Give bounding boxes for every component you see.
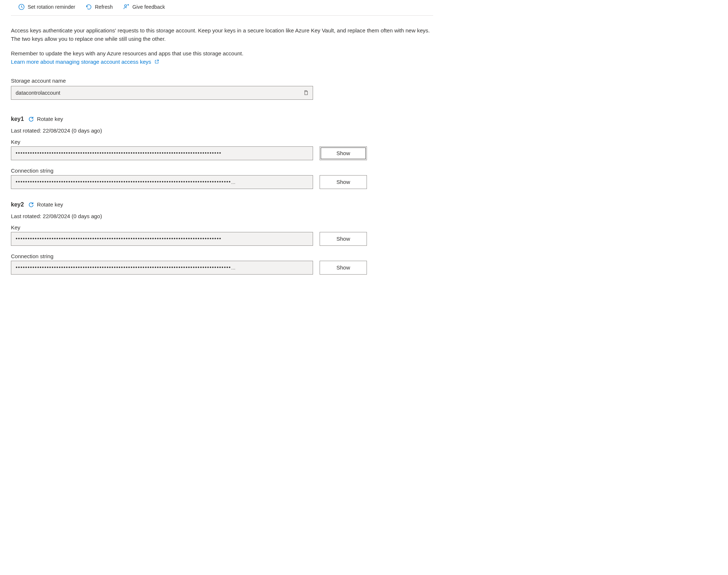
set-rotation-reminder-button[interactable]: Set rotation reminder (18, 4, 75, 10)
key1-conn-field: ••••••••••••••••••••••••••••••••••••••••… (11, 175, 313, 189)
give-feedback-label: Give feedback (132, 4, 165, 10)
key2-last-rotated: Last rotated: 22/08/2024 (0 days ago) (11, 213, 433, 219)
copy-icon (303, 90, 309, 95)
give-feedback-button[interactable]: Give feedback (123, 4, 165, 10)
refresh-label: Refresh (95, 4, 113, 10)
key2-conn-masked: ••••••••••••••••••••••••••••••••••••••••… (11, 265, 313, 270)
storage-account-name-group: Storage account name datacontrolaccount (11, 78, 433, 100)
learn-more-link[interactable]: Learn more about managing storage accoun… (11, 59, 160, 65)
key1-name: key1 (11, 116, 24, 122)
key1-key-masked: ••••••••••••••••••••••••••••••••••••••••… (11, 150, 313, 156)
key2-key-label: Key (11, 224, 433, 231)
refresh-button[interactable]: Refresh (86, 4, 113, 10)
reminder-text: Remember to update the keys with any Azu… (11, 50, 433, 58)
key1-key-field: ••••••••••••••••••••••••••••••••••••••••… (11, 146, 313, 160)
show-key2-conn-button[interactable]: Show (320, 261, 367, 275)
svg-point-1 (124, 5, 127, 7)
copy-storage-account-name-button[interactable] (299, 86, 313, 99)
show-key1-button[interactable]: Show (320, 146, 367, 160)
key2-conn-field: ••••••••••••••••••••••••••••••••••••••••… (11, 261, 313, 275)
storage-account-name-label: Storage account name (11, 78, 433, 84)
refresh-icon (86, 4, 92, 10)
rotate-key2-label: Rotate key (37, 201, 63, 208)
external-link-icon (153, 59, 160, 65)
storage-account-name-value: datacontrolaccount (11, 90, 299, 96)
show-key2-button[interactable]: Show (320, 232, 367, 246)
rotate-icon (28, 116, 34, 122)
key2-conn-label: Connection string (11, 253, 433, 259)
key1-last-rotated: Last rotated: 22/08/2024 (0 days ago) (11, 127, 433, 134)
key2-name: key2 (11, 201, 24, 208)
key2-section: key2 Rotate key Last rotated: 22/08/2024… (11, 201, 433, 275)
key2-key-masked: ••••••••••••••••••••••••••••••••••••••••… (11, 236, 313, 241)
clock-icon (18, 4, 25, 10)
toolbar: Set rotation reminder Refresh Give feedb… (11, 0, 433, 16)
key2-key-field: ••••••••••••••••••••••••••••••••••••••••… (11, 232, 313, 246)
rotate-key2-button[interactable]: Rotate key (28, 201, 63, 208)
storage-account-name-field: datacontrolaccount (11, 86, 313, 100)
key1-section: key1 Rotate key Last rotated: 22/08/2024… (11, 116, 433, 189)
learn-more-label: Learn more about managing storage accoun… (11, 59, 151, 65)
intro-paragraph: Access keys authenticate your applicatio… (11, 27, 433, 43)
show-key1-conn-button[interactable]: Show (320, 175, 367, 189)
rotate-key1-button[interactable]: Rotate key (28, 116, 63, 122)
key1-conn-masked: ••••••••••••••••••••••••••••••••••••••••… (11, 179, 313, 185)
key1-key-label: Key (11, 139, 433, 145)
key1-conn-label: Connection string (11, 168, 433, 174)
rotate-key1-label: Rotate key (37, 116, 63, 122)
rotate-icon (28, 201, 34, 208)
svg-rect-2 (305, 91, 308, 95)
feedback-icon (123, 4, 130, 10)
set-rotation-reminder-label: Set rotation reminder (28, 4, 75, 10)
